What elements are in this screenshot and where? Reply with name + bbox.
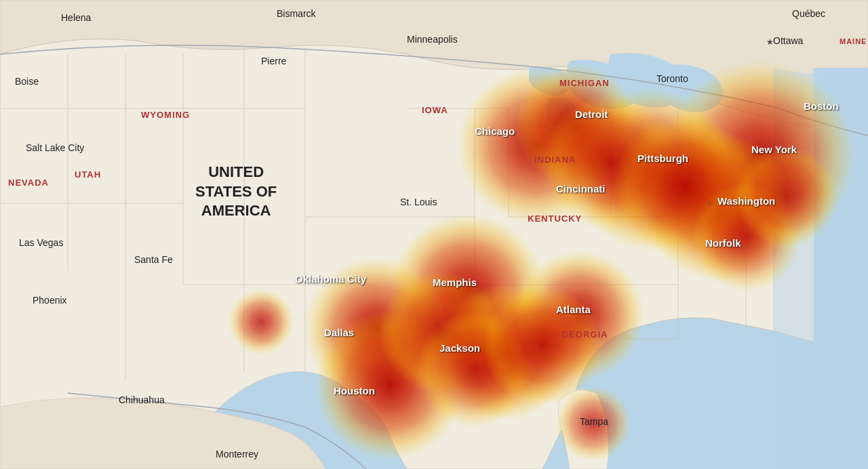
washington-star: ☆	[707, 199, 714, 208]
map-container: Helena Bismarck Minneapolis Pierre Boise…	[0, 0, 868, 469]
map-svg	[0, 0, 868, 469]
ottawa-star: ★	[766, 37, 774, 47]
